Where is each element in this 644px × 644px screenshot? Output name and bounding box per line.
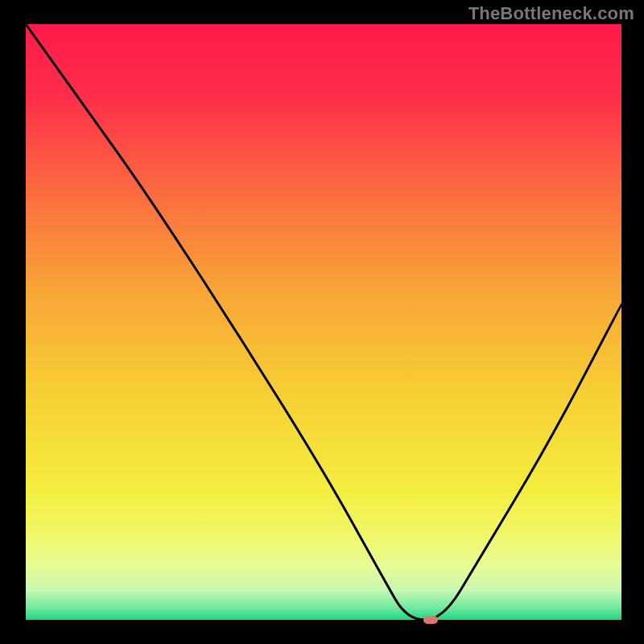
marker-point	[423, 616, 438, 624]
watermark-text: TheBottleneck.com	[469, 3, 634, 24]
chart-frame: TheBottleneck.com	[0, 0, 644, 644]
plot-area	[26, 24, 621, 620]
curve	[26, 24, 621, 620]
